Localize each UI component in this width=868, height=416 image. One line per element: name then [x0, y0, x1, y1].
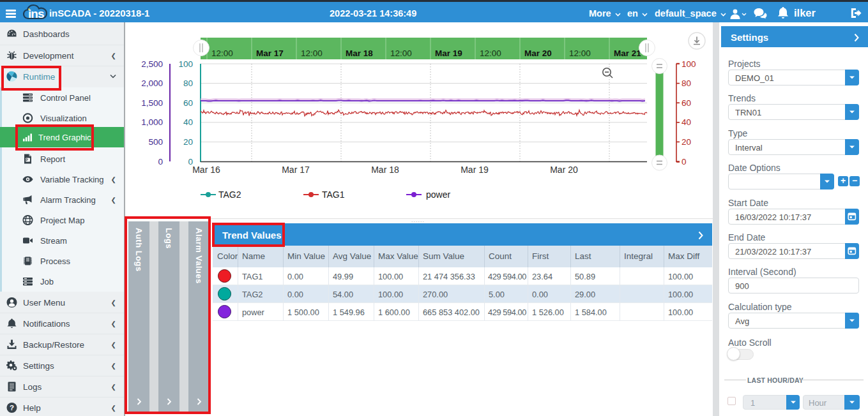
svg-text:Mar 17: Mar 17 [282, 165, 310, 175]
svg-text:40: 40 [183, 117, 193, 127]
svg-text:60: 60 [681, 98, 691, 108]
svg-text:12:00: 12:00 [569, 48, 591, 58]
svg-text:2,000: 2,000 [141, 78, 163, 88]
svg-text:Mar 18: Mar 18 [371, 165, 399, 175]
svg-text:Mar 18: Mar 18 [346, 48, 373, 58]
svg-text:0: 0 [681, 157, 687, 167]
svg-text:0: 0 [158, 157, 163, 167]
svg-text:500: 500 [148, 137, 163, 147]
svg-text:Mar 20: Mar 20 [550, 165, 578, 175]
svg-text:1,500: 1,500 [141, 98, 163, 108]
svg-text:Mar 20: Mar 20 [524, 48, 552, 58]
svg-text:1,000: 1,000 [141, 117, 163, 127]
svg-text:12:00: 12:00 [480, 48, 501, 58]
svg-text:60: 60 [183, 98, 193, 108]
svg-text:power: power [426, 189, 450, 200]
svg-text:Mar 16: Mar 16 [192, 165, 220, 175]
svg-text:20: 20 [183, 137, 193, 147]
svg-text:Mar 17: Mar 17 [256, 48, 284, 58]
svg-text:12:00: 12:00 [301, 48, 323, 58]
svg-text:20: 20 [681, 137, 691, 147]
svg-text:12:00: 12:00 [390, 48, 412, 58]
svg-text:Mar 21: Mar 21 [614, 48, 641, 58]
svg-text:ins: ins [28, 7, 44, 20]
svg-text:80: 80 [681, 78, 691, 88]
svg-text:?: ? [10, 404, 14, 412]
svg-text:12:00: 12:00 [211, 48, 233, 58]
svg-text:TAG2: TAG2 [218, 189, 241, 200]
svg-text:100: 100 [681, 59, 696, 69]
svg-text:100: 100 [178, 59, 193, 69]
svg-text:80: 80 [183, 78, 193, 88]
svg-text:Mar 19: Mar 19 [461, 165, 489, 175]
svg-text:TAG1: TAG1 [322, 189, 345, 200]
svg-text:2,500: 2,500 [141, 59, 163, 69]
svg-text:Mar 19: Mar 19 [435, 48, 462, 58]
svg-text:40: 40 [681, 117, 691, 127]
